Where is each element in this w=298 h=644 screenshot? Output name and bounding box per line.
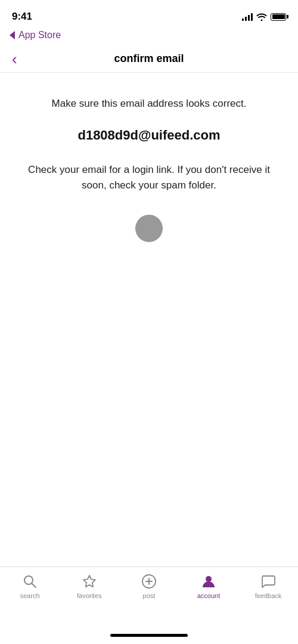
- tab-account-label: account: [197, 592, 221, 599]
- back-chevron-icon: [10, 31, 15, 39]
- home-bar: [110, 634, 188, 637]
- app-store-back[interactable]: App Store: [0, 30, 298, 45]
- back-button[interactable]: ‹: [10, 49, 20, 69]
- svg-point-6: [206, 576, 212, 582]
- status-bar: 9:41: [0, 0, 298, 30]
- instruction-text: Check your email for a login link. If yo…: [18, 162, 280, 194]
- tab-feedback[interactable]: feedback: [250, 573, 286, 599]
- tab-search[interactable]: search: [12, 573, 48, 599]
- tab-search-label: search: [20, 592, 39, 599]
- status-time: 9:41: [12, 11, 32, 23]
- search-icon: [21, 573, 38, 590]
- tab-post-label: post: [143, 592, 156, 599]
- subtitle-text: Make sure this email address looks corre…: [52, 97, 247, 111]
- main-content: Make sure this email address looks corre…: [0, 73, 298, 566]
- signal-icon: [242, 13, 253, 21]
- tab-favorites-label: favorites: [77, 592, 102, 599]
- tab-bar: search favorites post account: [0, 566, 298, 626]
- home-indicator: [0, 626, 298, 644]
- app-store-label: App Store: [18, 30, 61, 41]
- svg-line-1: [32, 584, 36, 588]
- tab-favorites[interactable]: favorites: [72, 573, 107, 599]
- status-icons: [242, 13, 286, 21]
- email-address: d1808d9d@uifeed.com: [77, 128, 220, 143]
- battery-icon: [271, 13, 286, 21]
- back-chevron-icon: ‹: [12, 50, 17, 68]
- tab-post[interactable]: post: [131, 573, 167, 599]
- tab-feedback-label: feedback: [255, 592, 282, 599]
- post-icon: [141, 573, 157, 590]
- page-title: confirm email: [114, 52, 184, 65]
- account-icon: [200, 573, 217, 590]
- feedback-icon: [260, 573, 277, 590]
- loading-indicator: [135, 215, 163, 242]
- wifi-icon: [256, 13, 267, 21]
- nav-header: ‹ confirm email: [0, 45, 298, 73]
- star-icon: [81, 573, 98, 590]
- tab-account[interactable]: account: [191, 573, 226, 599]
- svg-marker-2: [83, 575, 95, 587]
